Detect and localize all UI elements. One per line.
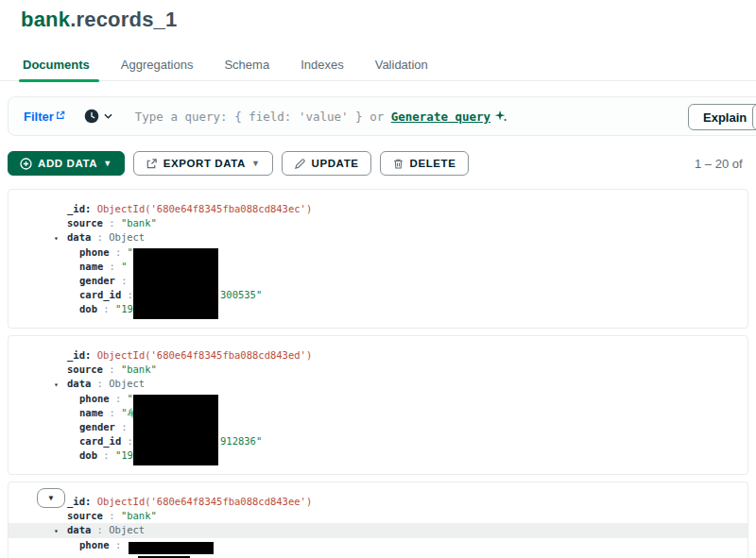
field-key: name (79, 407, 103, 418)
field-separator: : (91, 378, 109, 389)
sparkle-icon (494, 110, 507, 123)
delete-button[interactable]: DELETE (380, 151, 469, 176)
field-key: data (67, 524, 91, 535)
tab-schema[interactable]: Schema (222, 51, 271, 81)
field-value-string: " (128, 246, 133, 258)
partial-button[interactable] (752, 104, 756, 130)
field-value-string: "bank" (121, 364, 157, 375)
expand-caret-icon[interactable]: ▾ (54, 231, 67, 245)
pagination-text: 1 – 20 of (695, 157, 743, 171)
redaction-box (133, 395, 218, 465)
field-separator: : (110, 393, 128, 404)
field-key: phone (79, 539, 110, 550)
field-row-gender[interactable]: gender : (9, 420, 747, 434)
export-data-button[interactable]: EXPORT DATA ▼ (133, 151, 273, 176)
field-separator: : (103, 510, 121, 521)
field-value-string-tail: 912836" (220, 434, 262, 448)
generate-query-link[interactable]: Generate query (391, 110, 490, 124)
field-row-card_id[interactable]: card_id : 300535" (9, 288, 747, 302)
tab-documents[interactable]: Documents (21, 51, 92, 81)
field-key: dob (79, 303, 97, 314)
chevron-down-icon: ▼ (251, 160, 261, 168)
field-value-object: Object (109, 378, 145, 389)
field-row-card_id[interactable]: card_id : 912836" (9, 434, 747, 448)
field-row-phone[interactable]: phone : " (9, 245, 747, 260)
field-key: _id (67, 496, 85, 507)
tab-aggregations[interactable]: Aggregations (119, 51, 196, 81)
field-separator: : (110, 246, 128, 258)
redaction-box (129, 542, 214, 554)
field-key: source (67, 510, 103, 521)
field-row-name[interactable]: name : " (9, 260, 747, 274)
document-card: _id: ObjectId('680e64f8345fba088cd843ec'… (8, 189, 748, 329)
explain-button[interactable]: Explain (688, 104, 756, 130)
field-row-data[interactable]: ▾data : Object (9, 523, 747, 537)
update-button[interactable]: UPDATE (282, 151, 371, 176)
field-key: gender (79, 421, 115, 432)
export-data-label: EXPORT DATA (163, 158, 246, 169)
field-value-string: "bank" (121, 217, 157, 228)
field-row-phone[interactable]: phone : (9, 538, 747, 552)
field-row-dob[interactable]: dob : "19 (9, 302, 747, 316)
field-key: data (67, 231, 91, 243)
tab-validation[interactable]: Validation (373, 51, 430, 81)
query-bar: Filter Type a query: { field: 'value' } … (8, 96, 756, 136)
collection-tabbar: DocumentsAggregationsSchemaIndexesValida… (0, 51, 756, 81)
field-separator: : (91, 231, 109, 243)
field-row-data[interactable]: ▾data : Object (9, 230, 747, 245)
collapse-document-button[interactable]: ▼ (37, 488, 65, 508)
add-data-button[interactable]: ADD DATA ▼ (8, 151, 125, 176)
field-row-dob[interactable]: dob : "19 (9, 448, 747, 463)
field-value-string: " (121, 261, 127, 272)
field-separator: : (97, 303, 115, 314)
external-link-icon (56, 110, 65, 120)
field-value-objectid: ObjectId('680e64f8345fba088cd843ee') (97, 496, 313, 507)
clock-icon (84, 109, 99, 124)
field-key: _id (67, 203, 85, 214)
field-row-source[interactable]: source : "bank" (9, 216, 747, 230)
field-separator: : (103, 217, 121, 228)
field-key: data (67, 378, 91, 389)
field-row-name[interactable]: name : "牟 (9, 406, 747, 420)
field-key: card_id (79, 435, 121, 447)
field-key: name (79, 261, 103, 272)
field-key: phone (79, 393, 110, 404)
field-key: source (67, 364, 103, 375)
filter-link[interactable]: Filter (24, 110, 65, 124)
tab-indexes[interactable]: Indexes (299, 51, 346, 81)
delete-label: DELETE (410, 158, 456, 169)
field-row-id[interactable]: _id: ObjectId('680e64f8345fba088cd843ed'… (9, 348, 747, 363)
document-card: _id: ObjectId('680e64f8345fba088cd843ee'… (8, 482, 748, 558)
field-value-object: Object (109, 231, 145, 243)
field-key: dob (79, 449, 97, 461)
field-row-gender[interactable]: gender : (9, 274, 747, 288)
field-row-phone[interactable]: phone : " (9, 392, 747, 406)
field-value-string: " (128, 393, 133, 404)
query-input[interactable]: Type a query: { field: 'value' } or Gene… (135, 110, 507, 124)
field-separator: : (97, 449, 115, 461)
export-icon (146, 158, 158, 170)
field-row-id[interactable]: _id: ObjectId('680e64f8345fba088cd843ee'… (9, 495, 747, 509)
page-title: bank.records_1 (21, 8, 177, 32)
field-separator: : (85, 349, 97, 361)
field-row-data[interactable]: ▾data : Object (9, 377, 747, 391)
pencil-icon (294, 158, 306, 170)
field-separator: : (103, 364, 121, 375)
field-row-source[interactable]: source : "bank" (9, 509, 747, 523)
field-separator: : (85, 203, 97, 214)
chevron-down-icon: ▼ (103, 160, 112, 168)
expand-caret-icon[interactable]: ▾ (54, 524, 67, 538)
field-row-source[interactable]: source : "bank" (9, 363, 747, 377)
field-separator: : (85, 496, 97, 507)
redaction-box (133, 248, 218, 319)
chevron-down-icon (104, 113, 112, 119)
namespace-collection: .records_1 (70, 8, 177, 31)
query-history-button[interactable] (84, 109, 112, 124)
field-row-id[interactable]: _id: ObjectId('680e64f8345fba088cd843ec'… (9, 202, 747, 216)
field-value-objectid: ObjectId('680e64f8345fba088cd843ec') (97, 203, 313, 214)
field-separator: : (91, 524, 109, 535)
update-label: UPDATE (312, 158, 359, 169)
plus-circle-icon (20, 158, 32, 170)
expand-caret-icon[interactable]: ▾ (54, 378, 67, 392)
field-value-string: "19 (115, 303, 133, 314)
